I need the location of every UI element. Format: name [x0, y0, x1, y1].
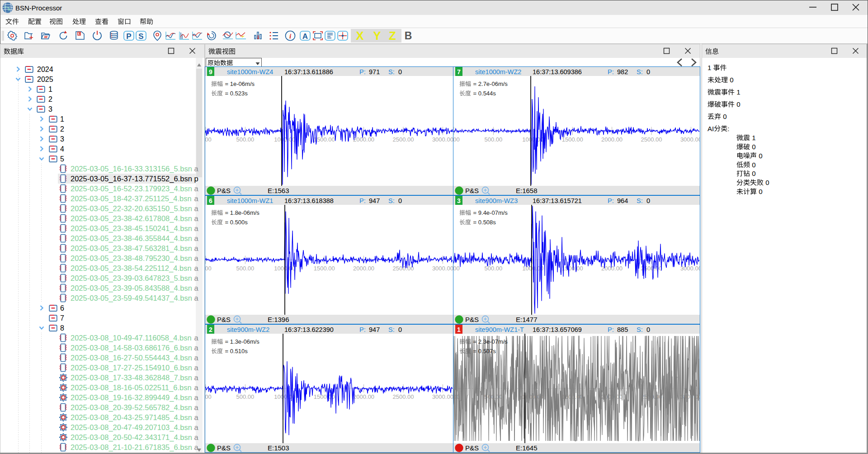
svg-text:3000.00: 3000.00	[432, 265, 453, 272]
svg-text:3000.00: 3000.00	[680, 265, 700, 272]
svg-text:500.00: 500.00	[236, 265, 255, 272]
svg-text:2000.00: 2000.00	[353, 136, 374, 143]
svg-text:500.00: 500.00	[236, 393, 255, 400]
svg-text:500.00: 500.00	[236, 136, 255, 143]
svg-text:3000.00: 3000.00	[680, 136, 700, 143]
svg-text:500.00: 500.00	[485, 136, 503, 143]
svg-text:Y: Y	[373, 30, 381, 42]
svg-text:0.00: 0.00	[205, 393, 212, 400]
svg-text:1500.00: 1500.00	[562, 136, 583, 143]
svg-text:2500.00: 2500.00	[393, 393, 414, 400]
svg-text:2500.00: 2500.00	[393, 136, 414, 143]
svg-text:i: i	[289, 33, 292, 40]
svg-text:0.00: 0.00	[453, 136, 460, 143]
svg-text:S: S	[138, 32, 143, 41]
svg-text:2500.00: 2500.00	[641, 136, 662, 143]
svg-text:3000.00: 3000.00	[432, 393, 453, 400]
svg-text:1500.00: 1500.00	[314, 265, 335, 272]
svg-text:P: P	[126, 32, 131, 41]
svg-text:0.00: 0.00	[205, 265, 212, 272]
svg-text:2000.00: 2000.00	[353, 393, 374, 400]
svg-text:3000.00: 3000.00	[432, 136, 453, 143]
svg-text:2000.00: 2000.00	[353, 265, 374, 272]
svg-text:0.00: 0.00	[453, 265, 460, 272]
svg-text:A: A	[302, 32, 308, 41]
svg-text:B: B	[405, 30, 412, 42]
svg-text:X: X	[356, 30, 364, 42]
svg-text:1500.00: 1500.00	[562, 265, 583, 272]
svg-text:Z: Z	[389, 30, 396, 42]
svg-text:0.00: 0.00	[205, 136, 212, 143]
svg-text:2000.00: 2000.00	[601, 136, 623, 143]
